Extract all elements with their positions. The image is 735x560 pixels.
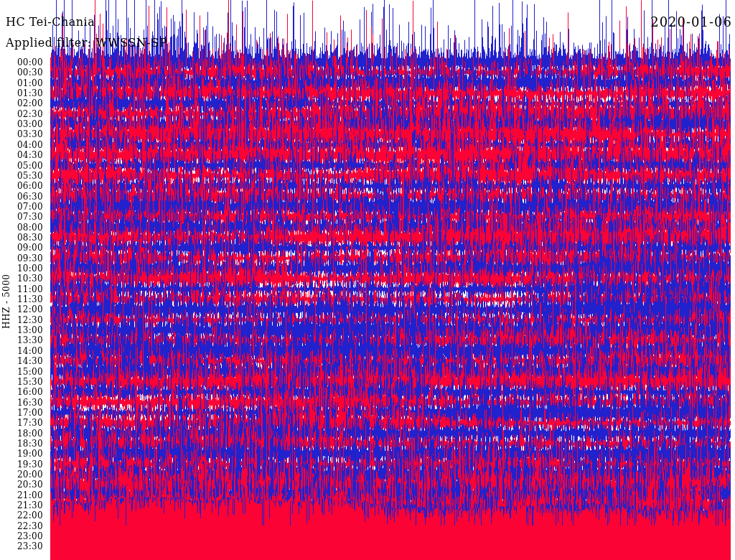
time-label: 21:00 xyxy=(0,491,43,500)
time-label: 00:30 xyxy=(0,68,43,77)
filter-label: Applied filter: WWSSN-SP xyxy=(6,36,167,50)
time-label: 07:00 xyxy=(0,202,43,211)
time-label: 03:00 xyxy=(0,120,43,129)
time-label: 18:30 xyxy=(0,439,43,448)
time-label: 05:30 xyxy=(0,172,43,180)
time-label: 13:30 xyxy=(0,336,43,345)
seismogram-canvas xyxy=(0,0,735,560)
time-label: 00:00 xyxy=(0,58,43,67)
time-label: 03:30 xyxy=(0,130,43,139)
time-label: 12:00 xyxy=(0,305,43,314)
time-label: 11:00 xyxy=(0,285,43,294)
time-label: 11:30 xyxy=(0,295,43,304)
station-title: HC Tei-Chania xyxy=(6,15,95,29)
time-label: 08:30 xyxy=(0,233,43,242)
time-label: 15:30 xyxy=(0,378,43,386)
time-label: 22:30 xyxy=(0,522,43,531)
time-label: 17:30 xyxy=(0,419,43,427)
time-label: 07:30 xyxy=(0,213,43,221)
time-label: 01:30 xyxy=(0,89,43,98)
time-label: 10:00 xyxy=(0,264,43,273)
time-label: 08:00 xyxy=(0,223,43,232)
time-label: 14:00 xyxy=(0,347,43,355)
time-label: 06:30 xyxy=(0,192,43,201)
time-label: 17:00 xyxy=(0,409,43,417)
time-label: 20:00 xyxy=(0,470,43,479)
time-label: 23:30 xyxy=(0,542,43,551)
time-label: 20:30 xyxy=(0,480,43,489)
heliplot-page: HC Tei-Chania Applied filter: WWSSN-SP 2… xyxy=(0,0,735,560)
time-label: 19:30 xyxy=(0,460,43,469)
time-label: 09:30 xyxy=(0,254,43,263)
time-label: 12:30 xyxy=(0,316,43,325)
time-label: 21:30 xyxy=(0,501,43,510)
time-label: 19:00 xyxy=(0,449,43,458)
time-label: 15:00 xyxy=(0,368,43,376)
time-label: 23:00 xyxy=(0,532,43,541)
time-label: 09:00 xyxy=(0,243,43,252)
time-label: 05:00 xyxy=(0,162,43,170)
time-label: 22:00 xyxy=(0,511,43,520)
time-label: 10:30 xyxy=(0,274,43,283)
time-label: 06:00 xyxy=(0,182,43,190)
time-label: 18:00 xyxy=(0,429,43,438)
time-label: 14:30 xyxy=(0,357,43,365)
time-label: 16:30 xyxy=(0,398,43,407)
date-label: 2020-01-06 xyxy=(647,14,732,29)
time-label: 01:00 xyxy=(0,79,43,88)
time-label: 04:00 xyxy=(0,141,43,149)
time-label: 02:30 xyxy=(0,110,43,118)
time-label: 16:00 xyxy=(0,388,43,396)
time-label: 13:00 xyxy=(0,326,43,335)
time-label: 04:30 xyxy=(0,151,43,159)
time-label: 02:00 xyxy=(0,99,43,108)
